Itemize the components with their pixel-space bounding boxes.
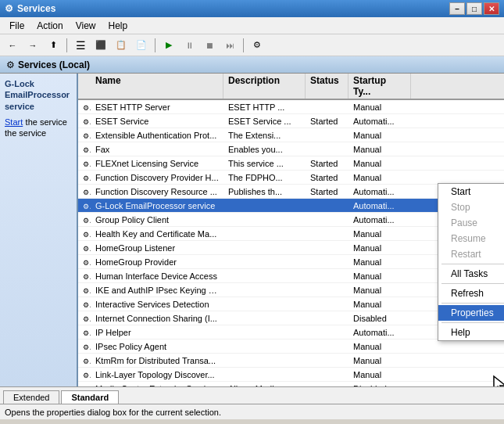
service-startup: Manual [349,271,411,282]
toolbar-properties[interactable]: ⚙ [248,37,266,54]
service-icon: ⚙ [78,172,91,183]
service-icon: ⚙ [78,299,91,310]
context-menu-item-label: Pause [451,217,477,228]
service-status: Started [306,186,349,197]
service-name: IPsec Policy Agent [91,341,223,352]
service-icon: ⚙ [78,214,91,225]
left-panel-start-link[interactable]: Start the service the service [5,117,72,138]
context-menu-item: Resume [438,231,504,246]
service-name: Fax [91,144,223,155]
context-menu-item[interactable]: Properties [438,305,504,321]
table-row[interactable]: ⚙ESET ServiceESET Service ...StartedAuto… [78,114,504,128]
service-icon: ⚙ [78,130,91,141]
toolbar-btn3[interactable]: 📋 [112,37,130,54]
context-menu-item[interactable]: Start [438,184,504,199]
toolbar-pause[interactable]: ⏸ [180,37,198,54]
table-header: Name Description Status Startup Ty... [78,74,504,100]
menu-help[interactable]: Help [102,19,134,33]
service-name: Extensible Authentication Prot... [91,130,223,141]
toolbar-stop[interactable]: ⏹ [200,37,219,54]
col-header-name[interactable]: Name [91,74,223,99]
tab-extended[interactable]: Extended [3,390,59,404]
service-status [306,304,349,305]
service-startup: Automati... [349,186,411,197]
col-header-desc[interactable]: Description [223,74,306,99]
service-startup: Manual [349,158,411,169]
start-link-text: the service [26,117,67,127]
service-status: Started [306,158,349,169]
service-icon: ⚙ [78,144,91,155]
context-menu-item[interactable]: Refresh [438,286,504,301]
close-button[interactable]: ✕ [484,2,499,15]
tab-bar: Extended Standard [0,386,504,404]
toolbar-restart[interactable]: ⏭ [220,37,239,54]
service-desc [223,360,306,361]
context-menu-separator [441,283,504,284]
table-row[interactable]: ⚙Media Center Extender ServiceAllows Med… [78,382,504,386]
service-icon: ⚙ [78,327,91,338]
service-status [306,318,349,319]
toolbar-btn4[interactable]: 📄 [132,37,151,54]
tab-standard[interactable]: Standard [61,390,119,404]
service-name: G-Lock EmailProcessor service [91,200,223,211]
service-status [306,360,349,361]
service-status [306,149,349,150]
col-header-status[interactable]: Status [306,74,349,99]
service-name: Media Center Extender Service [91,383,223,387]
service-startup: Disabled [349,313,411,324]
service-desc [223,304,306,305]
status-bar: Opens the properties dialog box for the … [0,404,504,419]
service-desc [223,289,306,291]
service-desc [223,205,306,207]
service-icon: ⚙ [78,355,91,366]
service-name: ESET HTTP Server [91,102,223,113]
left-panel-service-name: G-Lock EmailProcessor service [5,78,72,112]
context-menu-item-label: All Tasks [451,268,488,279]
service-name: KtmRm for Distributed Transa... [91,355,223,366]
context-menu-item[interactable]: Help [438,325,504,340]
toolbar-forward[interactable]: → [23,37,42,54]
service-status [306,332,349,333]
service-icon: ⚙ [78,243,91,253]
context-menu-item-label: Stop [451,202,470,213]
maximize-button[interactable]: □ [466,2,482,15]
service-name: Interactive Services Detection [91,299,223,310]
table-row[interactable]: ⚙FLEXnet Licensing ServiceThis service .… [78,156,504,171]
table-row[interactable]: ⚙Link-Layer Topology Discover...Manual [78,368,504,382]
status-text: Opens the properties dialog box for the … [5,408,221,417]
toolbar-play[interactable]: ▶ [159,37,178,54]
service-status [306,346,349,347]
service-desc [223,374,306,375]
toolbar-show-hide[interactable]: ☰ [71,37,90,54]
service-name: ESET Service [91,116,223,127]
table-row[interactable]: ⚙Extensible Authentication Prot...The Ex… [78,128,504,142]
service-desc: ESET Service ... [223,116,306,127]
service-icon: ⚙ [78,271,91,282]
service-name: Human Interface Device Access [91,271,223,282]
service-desc [223,219,306,221]
service-name: Function Discovery Resource ... [91,186,223,197]
context-menu-item: Pause [438,215,504,231]
toolbar-up[interactable]: ⬆ [44,37,63,54]
service-desc [223,233,306,235]
context-menu-item[interactable]: All Tasks▶ [438,266,504,282]
service-icon: ⚙ [78,186,91,197]
minimize-button[interactable]: – [449,2,465,15]
col-header-startup[interactable]: Startup Ty... [349,74,411,99]
menu-view[interactable]: View [70,19,102,33]
table-row[interactable]: ⚙FaxEnables you...Manual [78,142,504,156]
service-icon: ⚙ [78,285,91,296]
toolbar-btn2[interactable]: ⬛ [91,37,110,54]
table-row[interactable]: ⚙IPsec Policy AgentManual [78,340,504,354]
table-row[interactable]: ⚙ESET HTTP ServerESET HTTP ...Manual [78,100,504,114]
toolbar-back[interactable]: ← [3,37,22,54]
service-status [306,205,349,207]
service-desc: Publishes th... [223,186,306,197]
service-name: Link-Layer Topology Discover... [91,369,223,380]
service-startup: Manual [349,355,411,366]
service-desc [223,346,306,347]
menu-action[interactable]: Action [30,19,69,33]
table-row[interactable]: ⚙KtmRm for Distributed Transa...Manual [78,354,504,368]
menu-file[interactable]: File [3,19,30,33]
start-link[interactable]: Start [5,117,23,127]
